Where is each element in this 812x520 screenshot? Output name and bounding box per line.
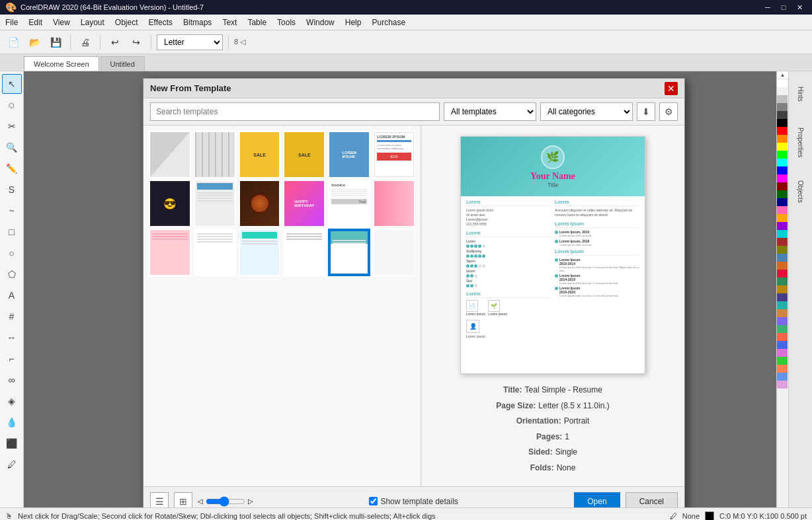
template-thumb-7[interactable]: 😎 <box>149 180 191 227</box>
fill-tool[interactable]: ⬛ <box>2 433 22 453</box>
import-btn[interactable]: ⬇ <box>637 102 655 121</box>
category-filter-select[interactable]: All categories Resume Brochure Flyer <box>540 102 633 121</box>
color-olive[interactable] <box>777 246 788 254</box>
eyedropper-tool[interactable]: 💧 <box>2 412 22 432</box>
color-orange[interactable] <box>777 135 788 143</box>
menu-text[interactable]: Text <box>217 15 242 30</box>
color-darkred[interactable] <box>777 182 788 190</box>
menu-purchase[interactable]: Purchase <box>366 15 411 30</box>
cancel-btn[interactable]: Cancel <box>626 492 678 507</box>
color-yellow[interactable] <box>777 143 788 151</box>
list-view-btn[interactable]: ☰ <box>150 492 169 507</box>
close-btn[interactable]: ✕ <box>792 0 807 15</box>
template-thumb-12[interactable] <box>373 180 415 227</box>
blend-tool[interactable]: ∞ <box>2 370 22 390</box>
color-plum[interactable] <box>777 381 788 389</box>
color-steelblue[interactable] <box>777 254 788 262</box>
color-darkgolden[interactable] <box>777 285 788 293</box>
template-thumb-13[interactable] <box>149 229 191 276</box>
color-crimson[interactable] <box>777 270 788 278</box>
grid-view-btn[interactable]: ⊞ <box>174 492 192 507</box>
tab-welcome[interactable]: Welcome Screen <box>24 56 99 71</box>
color-lightgray[interactable] <box>777 87 788 95</box>
menu-bitmaps[interactable]: Bitmaps <box>178 15 217 30</box>
template-thumb-6[interactable]: LOREM IPSUM Lorem dolor sit amet consect… <box>373 131 415 178</box>
color-blue[interactable] <box>777 167 788 174</box>
template-thumb-4[interactable]: SALE <box>283 131 325 178</box>
objects-btn[interactable]: Objects <box>792 172 810 211</box>
connector-tool[interactable]: ⌐ <box>2 349 22 369</box>
menu-layout[interactable]: Layout <box>75 15 110 30</box>
color-darkgreen[interactable] <box>777 190 788 198</box>
color-coral[interactable] <box>777 365 788 373</box>
color-medslate[interactable] <box>777 317 788 325</box>
dialog-close-btn[interactable]: ✕ <box>665 82 678 95</box>
text-tool[interactable]: A <box>2 285 22 305</box>
color-brown[interactable] <box>777 238 788 246</box>
menu-window[interactable]: Window <box>301 15 340 30</box>
menu-view[interactable]: View <box>48 15 75 30</box>
parallel-dim-tool[interactable]: ↔ <box>2 328 22 348</box>
color-darkblue[interactable] <box>777 198 788 206</box>
color-black[interactable] <box>777 119 788 127</box>
menu-effects[interactable]: Effects <box>143 15 178 30</box>
shape-tool[interactable]: ⬡ <box>2 95 22 115</box>
color-darkgray[interactable] <box>777 103 788 111</box>
redo-btn[interactable]: ↪ <box>127 33 145 52</box>
settings-btn[interactable]: ⚙ <box>659 102 678 121</box>
template-thumb-18[interactable] <box>373 229 415 276</box>
color-gray[interactable] <box>777 95 788 103</box>
color-chocolate[interactable] <box>777 262 788 270</box>
template-thumb-8[interactable] <box>194 180 236 227</box>
template-thumb-3[interactable]: SALE <box>239 131 281 178</box>
color-magenta[interactable] <box>777 174 788 182</box>
template-filter-select[interactable]: All templates My templates Downloaded <box>444 102 536 121</box>
select-tool[interactable]: ↖ <box>2 74 22 94</box>
color-purple[interactable] <box>777 222 788 230</box>
template-thumb-17-selected[interactable] <box>328 229 370 276</box>
color-green[interactable] <box>777 151 788 159</box>
menu-file[interactable]: File <box>0 15 23 30</box>
template-thumb-5[interactable]: LOREMIPSUM <box>328 131 370 178</box>
color-limegreen[interactable] <box>777 357 788 365</box>
save-btn[interactable]: 💾 <box>46 33 65 52</box>
undo-btn[interactable]: ↩ <box>106 33 124 52</box>
color-lightseagreen[interactable] <box>777 301 788 309</box>
color-white[interactable] <box>777 79 788 87</box>
color-tomato[interactable] <box>777 333 788 341</box>
show-details-checkbox-label[interactable]: Show template details <box>369 497 458 506</box>
new-btn[interactable]: 📄 <box>4 33 22 52</box>
color-cornflower[interactable] <box>777 373 788 381</box>
rect-tool[interactable]: □ <box>2 222 22 242</box>
search-input[interactable] <box>150 102 440 121</box>
color-medgreen[interactable] <box>777 325 788 333</box>
polygon-tool[interactable]: ⬠ <box>2 264 22 284</box>
menu-object[interactable]: Object <box>110 15 143 30</box>
freehand-tool[interactable]: ✏️ <box>2 159 22 178</box>
template-thumb-2[interactable] <box>194 131 236 178</box>
template-thumb-14[interactable] <box>194 229 236 276</box>
open-btn[interactable]: 📂 <box>25 33 44 52</box>
ellipse-tool[interactable]: ○ <box>2 243 22 263</box>
open-template-btn[interactable]: Open <box>574 492 620 507</box>
template-thumb-15[interactable] <box>239 229 281 276</box>
color-orchid[interactable] <box>777 349 788 357</box>
crop-tool[interactable]: ✂ <box>2 116 22 136</box>
color-darkslate[interactable] <box>777 293 788 301</box>
doc-type-select[interactable]: Letter <box>157 34 223 50</box>
menu-help[interactable]: Help <box>340 15 367 30</box>
minimize-btn[interactable]: ─ <box>760 0 775 15</box>
maximize-btn[interactable]: □ <box>776 0 791 15</box>
color-orange2[interactable] <box>777 214 788 222</box>
zoom-tool[interactable]: 🔍 <box>2 137 22 157</box>
smart-draw-tool[interactable]: S <box>2 180 22 200</box>
template-thumb-9[interactable] <box>239 180 281 227</box>
scroll-up-color[interactable]: ▲ <box>777 71 788 79</box>
show-details-checkbox[interactable] <box>369 497 378 505</box>
menu-edit[interactable]: Edit <box>23 15 48 30</box>
table-tool[interactable]: # <box>2 307 22 326</box>
transparency-tool[interactable]: ◈ <box>2 391 22 411</box>
properties-btn[interactable]: Properties <box>792 116 810 169</box>
color-cyan[interactable] <box>777 159 788 167</box>
outline-tool[interactable]: 🖊 <box>2 455 22 474</box>
